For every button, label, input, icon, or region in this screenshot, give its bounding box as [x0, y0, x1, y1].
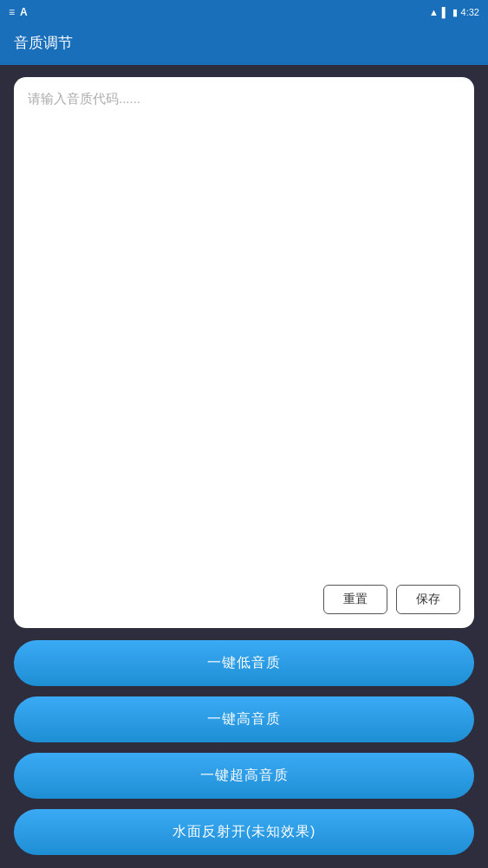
battery-icon: ▮ [452, 7, 458, 18]
page-title: 音质调节 [14, 35, 73, 51]
low-quality-button[interactable]: 一键低音质 [14, 640, 474, 686]
code-card: 重置 保存 [14, 77, 474, 628]
reset-button[interactable]: 重置 [323, 585, 387, 614]
main-content: 重置 保存 [0, 65, 488, 640]
signal-icon: ▌ [442, 7, 449, 17]
status-bar-left: ≡ A [9, 6, 28, 18]
time-display: 4:32 [461, 7, 479, 17]
code-textarea[interactable] [28, 91, 460, 576]
high-quality-button[interactable]: 一键高音质 [14, 696, 474, 742]
app-icon: A [20, 6, 28, 18]
ultra-quality-button[interactable]: 一键超高音质 [14, 753, 474, 799]
status-bar: ≡ A ▲ ▌ ▮ 4:32 [0, 0, 488, 24]
save-button[interactable]: 保存 [396, 585, 460, 614]
water-reflect-button[interactable]: 水面反射开(未知效果) [14, 809, 474, 855]
title-bar: 音质调节 [0, 24, 488, 65]
status-bar-right: ▲ ▌ ▮ 4:32 [429, 7, 479, 18]
menu-icon: ≡ [9, 6, 15, 18]
card-buttons: 重置 保存 [28, 585, 460, 614]
wifi-icon: ▲ [429, 7, 439, 17]
action-buttons: 一键低音质 一键高音质 一键超高音质 水面反射开(未知效果) [0, 640, 488, 868]
